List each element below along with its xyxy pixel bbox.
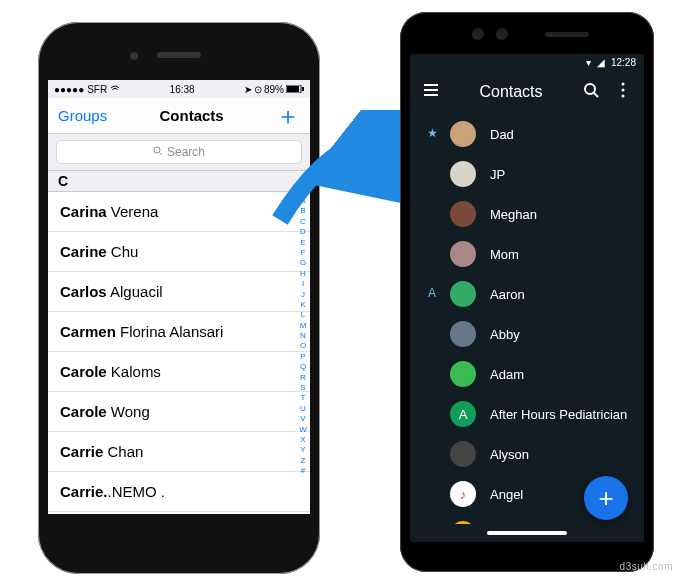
signal-icon: ◢ — [597, 57, 605, 68]
contact-row[interactable]: Adam — [410, 354, 644, 394]
avatar — [450, 121, 476, 147]
index-letter[interactable]: V — [296, 414, 310, 424]
avatar: A — [450, 521, 476, 524]
avatar: A — [450, 401, 476, 427]
add-contact-button[interactable]: ＋ — [276, 104, 300, 128]
contact-row[interactable]: Alyson — [410, 434, 644, 474]
index-letter[interactable]: K — [296, 300, 310, 310]
contact-row[interactable]: Carrie..NEMO . — [48, 472, 310, 512]
index-letter[interactable]: L — [296, 310, 310, 320]
index-letter[interactable]: Q — [296, 362, 310, 372]
android-app-bar: Contacts — [410, 70, 644, 114]
contact-row[interactable]: Carina Verena — [48, 192, 310, 232]
contact-name: Meghan — [490, 207, 537, 222]
contact-name: Adam — [490, 367, 524, 382]
avatar — [450, 361, 476, 387]
section-header: C — [48, 171, 310, 192]
index-letter[interactable]: R — [296, 373, 310, 383]
search-icon[interactable] — [582, 81, 600, 103]
avatar — [450, 161, 476, 187]
ios-status-bar: ●●●●● SFR 16:38 ➤ ⊙ 89% — [48, 80, 310, 98]
index-letter[interactable]: A — [296, 196, 310, 206]
index-letter[interactable]: G — [296, 258, 310, 268]
avatar: ♪ — [450, 481, 476, 507]
plus-icon: + — [598, 483, 613, 514]
pixel-front-camera — [496, 28, 508, 40]
android-nav-bar — [410, 524, 644, 542]
contact-row[interactable]: JP — [410, 154, 644, 194]
page-title: Contacts — [160, 107, 224, 124]
index-letter[interactable]: N — [296, 331, 310, 341]
home-pill[interactable] — [487, 531, 567, 535]
contacts-list[interactable]: Carina VerenaCarine ChuCarlos AlguacilCa… — [48, 192, 310, 514]
index-letter[interactable]: Z — [296, 456, 310, 466]
contact-row[interactable]: Carlos Alguacil — [48, 272, 310, 312]
groups-button[interactable]: Groups — [58, 107, 107, 124]
search-input[interactable]: Search — [56, 140, 302, 164]
index-letter[interactable]: D — [296, 227, 310, 237]
contact-row[interactable]: Casey Downing — [48, 512, 310, 514]
contact-name: Dad — [490, 127, 514, 142]
index-letter[interactable]: F — [296, 248, 310, 258]
contact-row[interactable]: Carrie Chan — [48, 432, 310, 472]
contact-row[interactable]: Meghan — [410, 194, 644, 234]
add-contact-fab[interactable]: + — [584, 476, 628, 520]
avatar — [450, 321, 476, 347]
contacts-list[interactable]: ★DadJPMeghanMomAAaronAbbyAdamAAfter Hour… — [410, 114, 644, 524]
index-letter[interactable]: I — [296, 279, 310, 289]
index-letter[interactable]: B — [296, 206, 310, 216]
contact-row[interactable]: Abby — [410, 314, 644, 354]
contact-row[interactable]: Carmen Florina Alansari — [48, 312, 310, 352]
contact-row[interactable]: Carine Chu — [48, 232, 310, 272]
index-letter[interactable]: W — [296, 425, 310, 435]
svg-point-9 — [622, 95, 625, 98]
index-letter[interactable]: U — [296, 404, 310, 414]
section-letter: A — [424, 286, 440, 300]
svg-rect-2 — [302, 87, 304, 91]
svg-line-6 — [594, 93, 598, 97]
ios-nav-bar: Groups Contacts ＋ — [48, 98, 310, 134]
index-letter[interactable]: E — [296, 238, 310, 248]
contact-row[interactable]: Mom — [410, 234, 644, 274]
battery-label: 89% — [264, 84, 284, 95]
wifi-icon — [110, 84, 120, 95]
avatar — [450, 241, 476, 267]
index-letter[interactable]: X — [296, 435, 310, 445]
index-letter[interactable]: H — [296, 269, 310, 279]
index-letter[interactable]: J — [296, 290, 310, 300]
iphone-front-camera — [130, 52, 138, 60]
svg-point-7 — [622, 83, 625, 86]
contact-row[interactable]: Aaron — [410, 274, 644, 314]
alarm-icon: ⊙ — [254, 84, 262, 95]
battery-icon — [286, 84, 304, 95]
favorites-star-icon: ★ — [424, 126, 440, 140]
index-letter[interactable]: # — [296, 466, 310, 476]
index-letter[interactable]: Y — [296, 445, 310, 455]
location-icon: ➤ — [244, 84, 252, 95]
index-letter[interactable]: M — [296, 321, 310, 331]
index-letter[interactable]: C — [296, 217, 310, 227]
svg-point-3 — [154, 147, 160, 153]
contact-row[interactable]: Carole Kaloms — [48, 352, 310, 392]
android-status-bar: ▾ ◢ 12:28 — [410, 54, 644, 70]
menu-icon[interactable] — [422, 81, 440, 103]
contact-row[interactable]: AAfter Hours Pediatrician — [410, 394, 644, 434]
svg-point-8 — [622, 89, 625, 92]
contact-name: Abby — [490, 327, 520, 342]
iphone-speaker — [157, 52, 201, 58]
contact-name: JP — [490, 167, 505, 182]
contact-name: Aaron — [490, 287, 525, 302]
avatar — [450, 201, 476, 227]
avatar — [450, 441, 476, 467]
alphabet-index[interactable]: ABCDEFGHIJKLMNOPQRSTUVWXYZ# — [296, 192, 310, 514]
avatar — [450, 281, 476, 307]
index-letter[interactable]: T — [296, 393, 310, 403]
index-letter[interactable]: P — [296, 352, 310, 362]
contact-row[interactable]: Carole Wong — [48, 392, 310, 432]
contact-name: Mom — [490, 247, 519, 262]
index-letter[interactable]: O — [296, 341, 310, 351]
more-icon[interactable] — [614, 81, 632, 103]
index-letter[interactable]: S — [296, 383, 310, 393]
contact-row[interactable]: Dad — [410, 114, 644, 154]
page-title: Contacts — [454, 83, 568, 101]
